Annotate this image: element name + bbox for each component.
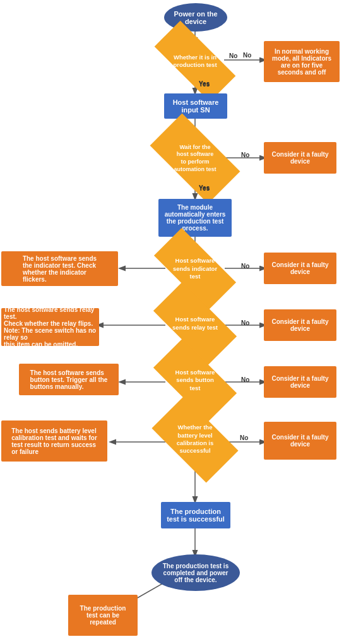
no-label-production: No <box>243 52 251 59</box>
no-production-label: No <box>229 52 237 59</box>
yes-wait-label: Yes <box>199 185 210 192</box>
host-battery-node: The host sends battery level calibration… <box>1 420 107 462</box>
no-label-wait-host: No <box>241 152 249 158</box>
host-sends-indicator-node: The host software sends the indicator te… <box>1 251 118 286</box>
host-input-sn-node: Host software input SN <box>164 93 227 119</box>
faulty-device-3: Consider it a faulty device <box>264 309 336 341</box>
button-test-diamond: Host software sends button test <box>157 360 234 401</box>
host-sends-relay-node: The host software sends relay test. Chec… <box>1 308 99 346</box>
module-enters-node: The module automatically enters the prod… <box>158 199 232 237</box>
normal-mode-node: In normal working mode, all Indicators a… <box>264 41 340 82</box>
no-label-button: No <box>241 376 249 383</box>
production-test-diamond: Whether it is in production test <box>156 43 234 80</box>
host-sends-button-node: The host software sends button test. Tri… <box>19 364 119 395</box>
yes-production-label: Yes <box>199 81 210 88</box>
faulty-device-4: Consider it a faulty device <box>264 366 336 398</box>
relay-test-diamond: Host software sends relay test <box>157 303 234 344</box>
production-success-node: The production test is successful <box>161 502 230 528</box>
indicator-test-diamond: Host software sends indicator test <box>157 249 234 289</box>
no-label-relay: No <box>241 319 249 326</box>
no-battery-label: No <box>240 434 248 441</box>
faulty-device-1: Consider it a faulty device <box>264 142 336 174</box>
faulty-device-2: Consider it a faulty device <box>264 253 336 284</box>
no-label-indicator: No <box>241 263 249 270</box>
faulty-device-5: Consider it a faulty device <box>264 422 336 460</box>
completed-node: The production test is completed and pow… <box>151 554 240 591</box>
flowchart: Power on the device Whether it is in pro… <box>0 0 344 644</box>
wait-host-diamond: Wait for the host software to perform au… <box>154 136 236 181</box>
battery-diamond: Whether the battery level calibration is… <box>157 417 234 462</box>
can-repeat-node: The production test can be repeated <box>68 595 138 636</box>
